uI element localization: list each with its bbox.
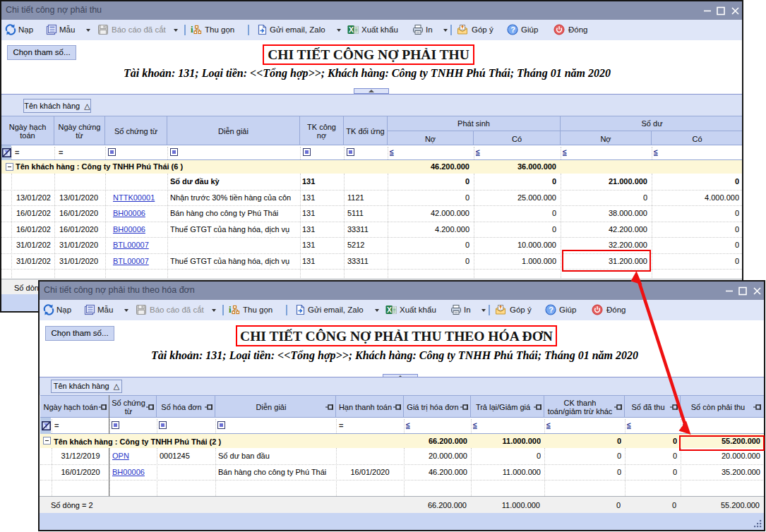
svg-text:?: ? <box>549 306 553 314</box>
svg-text:X: X <box>349 26 354 34</box>
svg-text:i: i <box>229 304 232 315</box>
svg-text:X: X <box>387 306 392 314</box>
svg-text:i: i <box>191 24 193 35</box>
svg-text:?: ? <box>510 25 515 34</box>
